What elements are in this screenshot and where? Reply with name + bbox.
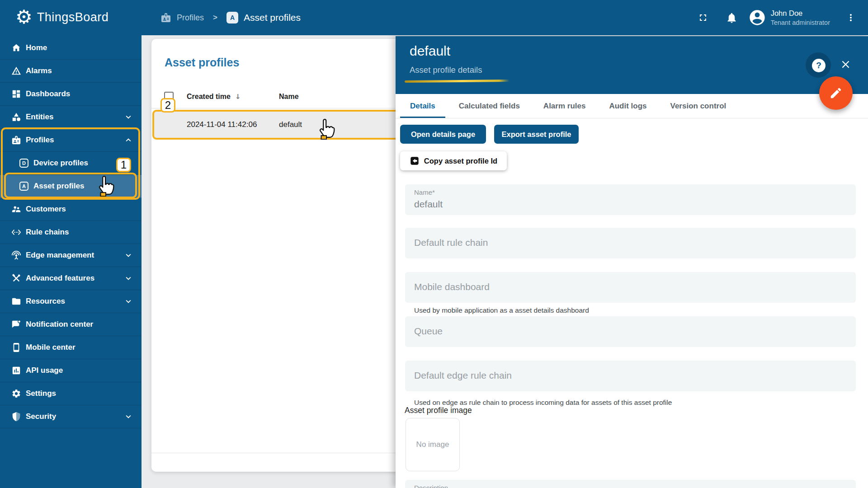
sidebar-nav: Home Alarms Dashboards Entities Profiles… bbox=[0, 35, 142, 488]
details-tabs: Details Calculated fields Alarm rules Au… bbox=[396, 94, 868, 118]
notification-center-icon bbox=[11, 319, 21, 329]
sidebar-item-label: Asset profiles bbox=[33, 182, 84, 191]
user-avatar[interactable] bbox=[748, 9, 766, 27]
default-rule-chain-field[interactable]: Default rule chain bbox=[405, 228, 856, 258]
sidebar-item-label: Dashboards bbox=[26, 89, 70, 99]
page-title: Asset profiles bbox=[165, 56, 239, 69]
fullscreen-button[interactable] bbox=[694, 9, 712, 27]
asset-profile-image-placeholder[interactable]: No image bbox=[406, 418, 460, 471]
no-image-text: No image bbox=[416, 440, 449, 449]
sidebar-item-notification-center[interactable]: Notification center bbox=[0, 313, 142, 336]
sidebar-item-resources[interactable]: Resources bbox=[0, 290, 142, 313]
rule-chains-icon bbox=[11, 227, 21, 237]
device-profiles-letter-icon: D bbox=[19, 159, 28, 168]
sidebar-item-home[interactable]: Home bbox=[0, 37, 142, 60]
sidebar-item-label: Profiles bbox=[26, 136, 54, 145]
sidebar-item-label: Rule chains bbox=[26, 228, 69, 237]
sidebar-item-label: Advanced features bbox=[26, 274, 94, 283]
cell-created-time: 2024-11-04 11:42:06 bbox=[187, 120, 257, 129]
sidebar-item-advanced-features[interactable]: Advanced features bbox=[0, 267, 142, 290]
sidebar-item-edge-management[interactable]: Edge management bbox=[0, 244, 142, 267]
sidebar-item-entities[interactable]: Entities bbox=[0, 106, 142, 129]
annotation-step-1-badge: 1 bbox=[116, 158, 131, 172]
export-asset-profile-button[interactable]: Export asset profile bbox=[494, 125, 579, 144]
column-header-created-time[interactable]: Created time↓ bbox=[187, 93, 241, 101]
tab-calculated-fields[interactable]: Calculated fields bbox=[447, 94, 532, 118]
column-header-name[interactable]: Name bbox=[279, 93, 299, 101]
sidebar-item-label: Edge management bbox=[26, 251, 94, 260]
sidebar-item-settings[interactable]: Settings bbox=[0, 382, 142, 405]
breadcrumb-profiles[interactable]: Profiles bbox=[177, 13, 204, 23]
sidebar-item-label: Alarms bbox=[26, 66, 52, 75]
sidebar-item-dashboards[interactable]: Dashboards bbox=[0, 83, 142, 106]
mobile-dashboard-field[interactable]: Mobile dashboard bbox=[405, 272, 856, 303]
sidebar-item-label: Device profiles bbox=[33, 159, 88, 168]
chevron-down-icon bbox=[123, 412, 133, 422]
sidebar-item-asset-profiles[interactable]: A Asset profiles bbox=[0, 175, 142, 198]
annotation-underline bbox=[405, 80, 509, 83]
sidebar-item-label: Customers bbox=[26, 205, 66, 214]
mobile-dashboard-label: Mobile dashboard bbox=[414, 282, 490, 292]
chevron-down-icon bbox=[123, 273, 133, 283]
description-label: Description bbox=[414, 484, 448, 488]
sidebar-item-customers[interactable]: Customers bbox=[0, 198, 142, 221]
details-subtitle: Asset profile details bbox=[410, 65, 482, 75]
chevron-up-icon bbox=[123, 135, 133, 145]
sidebar-item-alarms[interactable]: Alarms bbox=[0, 60, 142, 83]
sidebar-item-rule-chains[interactable]: Rule chains bbox=[0, 221, 142, 244]
sidebar-item-label: Mobile center bbox=[26, 343, 75, 352]
name-field[interactable]: Name* default bbox=[405, 184, 856, 215]
sidebar-item-api-usage[interactable]: API usage bbox=[0, 359, 142, 382]
more-menu-button[interactable] bbox=[842, 9, 860, 27]
tab-alarm-rules[interactable]: Alarm rules bbox=[532, 94, 598, 118]
copy-asset-profile-id-button[interactable]: Copy asset profile Id bbox=[400, 151, 507, 170]
close-icon[interactable] bbox=[840, 58, 852, 70]
entities-category-icon bbox=[11, 112, 21, 122]
cell-name: default bbox=[279, 120, 302, 129]
alarm-warning-icon bbox=[11, 66, 21, 76]
default-rule-chain-label: Default rule chain bbox=[414, 237, 488, 248]
queue-field[interactable]: Queue bbox=[405, 316, 856, 347]
tab-details[interactable]: Details bbox=[398, 94, 447, 118]
thingsboard-logo[interactable]: ⚙ ThingsBoard bbox=[15, 6, 108, 28]
advanced-features-tools-icon bbox=[11, 273, 21, 283]
column-label: Name bbox=[279, 93, 299, 100]
sidebar-item-label: Resources bbox=[26, 297, 65, 306]
dashboards-icon bbox=[11, 89, 21, 99]
name-field-value: default bbox=[414, 199, 443, 210]
open-details-page-button[interactable]: Open details page bbox=[400, 125, 486, 144]
customers-icon bbox=[11, 204, 21, 214]
user-info[interactable]: John Doe Tenant administrator bbox=[771, 9, 830, 26]
sidebar-item-label: API usage bbox=[26, 366, 63, 375]
thingsboard-logo-icon: ⚙ bbox=[15, 6, 33, 28]
sidebar-item-label: Entities bbox=[26, 113, 53, 122]
sidebar-item-label: Security bbox=[26, 412, 56, 421]
asset-profile-letter-icon: A bbox=[226, 12, 238, 23]
default-edge-rule-chain-label: Default edge rule chain bbox=[414, 370, 512, 381]
sidebar-item-profiles[interactable]: Profiles bbox=[0, 129, 142, 152]
breadcrumb-separator: > bbox=[213, 13, 217, 22]
security-shield-icon bbox=[11, 412, 21, 422]
details-title: default bbox=[410, 43, 450, 59]
chevron-down-icon bbox=[123, 112, 133, 122]
chevron-down-icon bbox=[123, 250, 133, 260]
app-name: ThingsBoard bbox=[37, 10, 109, 24]
sort-desc-icon: ↓ bbox=[235, 93, 241, 101]
sidebar-item-security[interactable]: Security bbox=[0, 405, 142, 428]
tab-audit-logs[interactable]: Audit logs bbox=[597, 94, 658, 118]
chevron-down-icon bbox=[123, 296, 133, 306]
mobile-dashboard-hint: Used by mobile application as a asset de… bbox=[414, 306, 589, 314]
tab-version-control[interactable]: Version control bbox=[659, 94, 738, 118]
queue-label: Queue bbox=[414, 326, 443, 337]
annotation-step-2-badge: 2 bbox=[160, 98, 175, 113]
asset-profiles-letter-icon: A bbox=[19, 182, 28, 191]
help-button[interactable]: ? bbox=[812, 59, 826, 72]
edit-fab-button[interactable] bbox=[819, 76, 853, 110]
description-field[interactable]: Description bbox=[405, 480, 856, 488]
user-role: Tenant administrator bbox=[771, 19, 830, 26]
sidebar-item-mobile-center[interactable]: Mobile center bbox=[0, 336, 142, 359]
asset-profile-image-label: Asset profile image bbox=[405, 406, 472, 415]
toolbar-right-cluster: John Doe Tenant administrator bbox=[694, 0, 868, 35]
default-edge-rule-chain-field[interactable]: Default edge rule chain bbox=[405, 361, 856, 391]
notifications-bell-button[interactable] bbox=[723, 9, 741, 27]
